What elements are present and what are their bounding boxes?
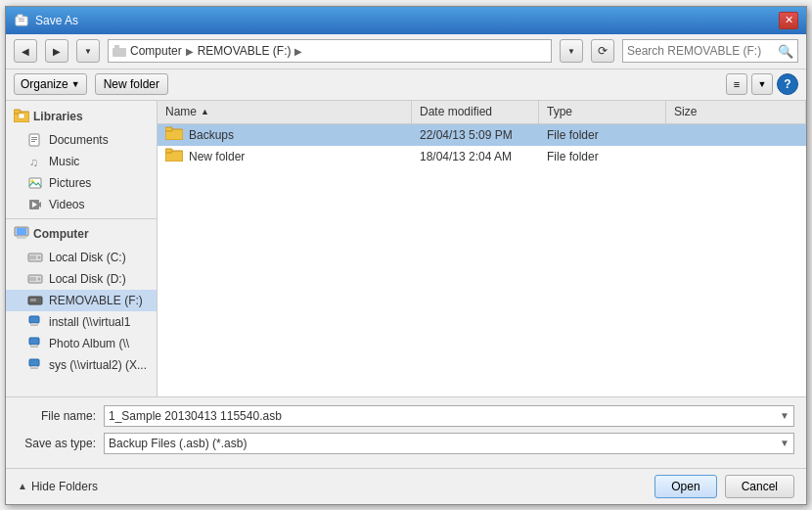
path-computer[interactable]: Computer [130, 44, 182, 58]
filename-dropdown-icon: ▼ [780, 410, 789, 421]
computer-label: Computer [33, 227, 89, 241]
path-arrow-1: ▶ [186, 46, 194, 57]
back-button[interactable]: ◀ [14, 39, 37, 63]
libraries-icon [14, 109, 29, 125]
nav-item-local-d[interactable]: Local Disk (D:) [6, 268, 157, 290]
search-icon: 🔍 [778, 44, 793, 59]
help-button[interactable]: ? [777, 73, 798, 95]
organize-button[interactable]: Organize ▼ [14, 73, 87, 95]
documents-label: Documents [49, 133, 109, 147]
file-row[interactable]: Backups 22/04/13 5:09 PM File folder [158, 124, 806, 146]
install-network-icon [27, 314, 43, 330]
svg-point-27 [38, 277, 41, 280]
local-disk-c-label: Local Disk (C:) [49, 251, 126, 264]
view-dropdown-button[interactable]: ▼ [751, 73, 773, 95]
nav-item-documents[interactable]: Documents [6, 129, 157, 151]
svg-rect-20 [17, 228, 26, 235]
search-input[interactable] [627, 44, 774, 58]
file-row[interactable]: New folder 18/04/13 2:04 AM File folder [158, 146, 806, 167]
col-size[interactable]: Size [666, 101, 806, 123]
dialog-title: Save As [35, 14, 78, 27]
nav-divider-1 [6, 218, 157, 219]
pictures-label: Pictures [49, 176, 91, 190]
svg-rect-14 [29, 178, 41, 188]
col-type[interactable]: Type [539, 101, 666, 123]
col-name[interactable]: Name ▲ [158, 101, 412, 123]
folder-icon-newfolder [165, 148, 183, 164]
svg-rect-34 [29, 338, 39, 345]
nav-item-local-c[interactable]: Local Disk (C:) [6, 247, 157, 268]
left-nav-panel: Libraries Documents ♫ [6, 101, 158, 396]
svg-rect-1 [18, 15, 23, 18]
svg-rect-11 [31, 139, 37, 140]
close-button[interactable]: ✕ [779, 12, 798, 29]
path-dropdown-button[interactable]: ▼ [560, 39, 583, 63]
removable-icon [27, 293, 43, 308]
view-button[interactable]: ≡ [726, 73, 747, 95]
svg-rect-39 [30, 367, 38, 369]
svg-rect-10 [31, 137, 37, 138]
svg-rect-7 [14, 110, 21, 114]
local-disk-d-icon [27, 271, 43, 287]
computer-icon [14, 226, 29, 243]
nav-item-videos[interactable]: Videos [6, 194, 157, 215]
filename-value: 1_Sample 20130413 115540.asb [109, 409, 780, 423]
svg-rect-12 [31, 141, 35, 142]
install-label: install (\\virtual1 [49, 315, 130, 329]
path-removable[interactable]: REMOVABLE (F:) [198, 44, 292, 58]
nav-item-install[interactable]: install (\\virtual1 [6, 311, 157, 333]
savetype-field[interactable]: Backup Files (.asb) (*.asb) ▼ [104, 433, 794, 454]
svg-rect-30 [30, 299, 36, 301]
dropdown-button[interactable]: ▼ [76, 39, 100, 63]
svg-rect-35 [31, 345, 37, 347]
open-button[interactable]: Open [654, 475, 716, 498]
nav-item-sys[interactable]: sys (\\virtual2) (X... [6, 354, 157, 376]
hide-folders-icon: ▲ [18, 481, 27, 491]
libraries-label: Libraries [33, 110, 83, 123]
bottom-section: File name: 1_Sample 20130413 115540.asb … [6, 396, 806, 468]
main-content: Libraries Documents ♫ [6, 101, 806, 396]
path-bar: Computer ▶ REMOVABLE (F:) ▶ [108, 39, 552, 63]
savetype-row: Save as type: Backup Files (.asb) (*.asb… [18, 433, 794, 454]
pictures-icon [27, 175, 43, 191]
title-bar: Save As ✕ [6, 7, 806, 34]
videos-label: Videos [49, 198, 84, 211]
refresh-button[interactable]: ⟳ [591, 39, 614, 63]
nav-item-photoalbum[interactable]: Photo Album (\\ [6, 333, 157, 354]
libraries-group[interactable]: Libraries [6, 105, 157, 129]
nav-item-music[interactable]: ♫ Music [6, 151, 157, 172]
music-label: Music [49, 155, 79, 168]
footer-buttons: Open Cancel [654, 475, 794, 498]
svg-rect-5 [114, 45, 119, 49]
computer-group[interactable]: Computer [6, 222, 157, 247]
file-date-backups: 22/04/13 5:09 PM [412, 128, 539, 142]
filename-field[interactable]: 1_Sample 20130413 115540.asb ▼ [104, 405, 794, 427]
svg-text:♫: ♫ [29, 156, 38, 168]
svg-rect-32 [31, 323, 37, 325]
filename-row: File name: 1_Sample 20130413 115540.asb … [18, 405, 794, 427]
savetype-dropdown-icon: ▼ [780, 438, 789, 448]
nav-item-pictures[interactable]: Pictures [6, 172, 157, 194]
cancel-button[interactable]: Cancel [725, 475, 794, 498]
svg-rect-22 [17, 237, 26, 238]
svg-rect-31 [29, 316, 39, 323]
forward-button[interactable]: ▶ [45, 39, 68, 63]
nav-item-removable[interactable]: REMOVABLE (F:) [6, 290, 157, 311]
col-date[interactable]: Date modified [412, 101, 539, 123]
footer: ▲ Hide Folders Open Cancel [6, 468, 806, 504]
folder-icon-backups [165, 126, 183, 143]
removable-label: REMOVABLE (F:) [49, 294, 143, 307]
file-type-backups: File folder [539, 128, 666, 142]
new-folder-button[interactable]: New folder [95, 73, 168, 95]
sys-network-icon [27, 357, 43, 373]
svg-rect-21 [18, 236, 25, 238]
hide-folders-button[interactable]: ▲ Hide Folders [18, 480, 98, 493]
sys-label: sys (\\virtual2) (X... [49, 358, 147, 372]
svg-rect-2 [19, 19, 24, 20]
file-name-newfolder: New folder [158, 148, 412, 164]
save-as-dialog: Save As ✕ ◀ ▶ ▼ Computer ▶ REMOVABLE (F:… [5, 6, 807, 505]
local-disk-c-icon [27, 250, 43, 265]
svg-rect-37 [29, 359, 39, 366]
svg-point-24 [38, 255, 41, 258]
hide-folders-label: Hide Folders [31, 480, 98, 493]
